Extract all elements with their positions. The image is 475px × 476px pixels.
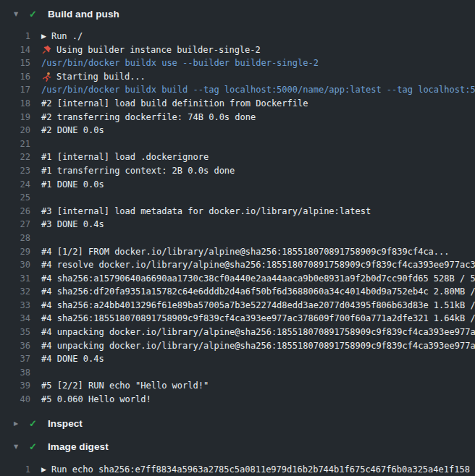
line-text: #1 transferring context: 2B 0.0s done <box>41 164 235 178</box>
line-number: 36 <box>0 339 30 353</box>
line-text: #2 transferring dockerfile: 74B 0.0s don… <box>41 111 256 124</box>
line-text: #2 DONE 0.0s <box>41 124 104 137</box>
line-text: /usr/bin/docker buildx build --tag local… <box>41 83 475 97</box>
log-line-text: #4 unpacking docker.io/library/alpine@sh… <box>41 339 475 353</box>
group-expand-toggle-icon[interactable]: ▶ <box>41 463 46 476</box>
log-line: 37#4 DONE 0.4s <box>0 352 475 366</box>
line-number: 31 <box>0 272 30 286</box>
log-line: 24#1 DONE 0.0s <box>0 178 475 192</box>
line-text: Run ./ <box>51 30 83 43</box>
line-number: 1 <box>0 30 30 43</box>
chevron-down-icon[interactable]: ▼ <box>12 11 20 17</box>
log-line-text: ▶Run ./ <box>41 30 83 43</box>
line-number: 30 <box>0 258 30 272</box>
chevron-down-icon[interactable]: ▼ <box>12 443 20 450</box>
line-number: 39 <box>0 379 30 393</box>
line-number: 23 <box>0 164 30 178</box>
log-line: 30#4 resolve docker.io/library/alpine@sh… <box>0 258 475 272</box>
chevron-right-icon[interactable]: ▶ <box>12 420 20 427</box>
log-line-text: #4 sha256:185518070891758909c9f839cf4ca3… <box>41 312 475 326</box>
line-text: Using builder instance builder-single-2 <box>56 43 261 57</box>
line-number: 27 <box>0 218 30 231</box>
section-header-build-and-push[interactable]: ▼✓Build and push <box>0 2 475 25</box>
log-line-text: #1 DONE 0.0s <box>41 178 104 192</box>
line-text: #4 unpacking docker.io/library/alpine@sh… <box>41 339 475 353</box>
line-text: #3 [internal] load metadata for docker.i… <box>41 205 371 218</box>
success-check-icon: ✓ <box>28 418 38 429</box>
log-section-image-digest: ▼✓Image digest1▶Run echo sha256:e7ff8834… <box>0 435 475 476</box>
line-text: #4 [1/2] FROM docker.io/library/alpine@s… <box>41 245 450 259</box>
line-text: Run echo sha256:e7ff8834a5963a2785c5a081… <box>51 463 470 476</box>
section-header-image-digest[interactable]: ▼✓Image digest <box>0 435 475 459</box>
log-line-text: #1 transferring context: 2B 0.0s done <box>41 164 235 178</box>
log-sections-container: ▼✓Build and push1▶Run ./14Using builder … <box>0 2 475 476</box>
section-title: Image digest <box>48 441 109 452</box>
log-line-text: #4 sha256:a15790640a6690aa1730c38cf0a440… <box>41 272 475 286</box>
section-title: Build and push <box>48 9 119 20</box>
line-text: #4 sha256:df20fa9351a15782c64e6dddb2d4a6… <box>41 285 475 299</box>
runner-icon <box>41 72 52 82</box>
line-number: 29 <box>0 245 30 259</box>
line-number: 35 <box>0 326 30 339</box>
log-block-image-digest: 1▶Run echo sha256:e7ff8834a5963a2785c5a0… <box>0 459 475 476</box>
log-line: 23#1 transferring context: 2B 0.0s done <box>0 164 475 178</box>
line-number: 24 <box>0 178 30 192</box>
line-text: /usr/bin/docker buildx use --builder bui… <box>41 56 319 70</box>
line-text: #4 sha256:185518070891758909c9f839cf4ca3… <box>41 312 475 326</box>
line-text: #1 [internal] load .dockerignore <box>41 150 209 164</box>
log-line: 25 <box>0 191 475 205</box>
log-line: 1▶Run echo sha256:e7ff8834a5963a2785c5a0… <box>0 463 475 476</box>
log-line-text: Using builder instance builder-single-2 <box>41 43 261 57</box>
line-number: 37 <box>0 352 30 366</box>
log-line: 36#4 unpacking docker.io/library/alpine@… <box>0 339 475 353</box>
log-line: 21 <box>0 137 475 151</box>
line-number: 20 <box>0 124 30 137</box>
line-number: 19 <box>0 111 30 124</box>
line-number: 15 <box>0 56 30 70</box>
command-line-text: /usr/bin/docker buildx use --builder bui… <box>41 56 319 70</box>
line-number: 38 <box>0 366 30 380</box>
log-line: 27#3 DONE 0.4s <box>0 218 475 231</box>
log-block-build-and-push: 1▶Run ./14Using builder instance builder… <box>0 25 475 412</box>
line-number: 33 <box>0 299 30 313</box>
log-line-text: #3 DONE 0.4s <box>41 218 104 231</box>
line-text: #4 sha256:a24bb4013296f61e89ba57005a7b3e… <box>41 299 475 313</box>
line-text: #2 [internal] load build definition from… <box>41 97 308 111</box>
line-number: 28 <box>0 231 30 245</box>
line-number: 26 <box>0 205 30 218</box>
log-line: 20#2 DONE 0.0s <box>0 124 475 137</box>
log-section-build-and-push: ▼✓Build and push1▶Run ./14Using builder … <box>0 2 475 412</box>
log-line: 28 <box>0 231 475 245</box>
command-line-text: /usr/bin/docker buildx build --tag local… <box>41 83 475 97</box>
log-line-text: #4 DONE 0.4s <box>41 352 104 366</box>
workflow-log-viewer: ▼✓Build and push1▶Run ./14Using builder … <box>0 0 475 476</box>
log-section-inspect: ▶✓Inspect <box>0 412 475 435</box>
log-line-text: #4 resolve docker.io/library/alpine@sha2… <box>41 258 475 272</box>
line-number: 40 <box>0 393 30 407</box>
line-number: 22 <box>0 150 30 164</box>
line-number: 1 <box>0 463 30 476</box>
line-number: 16 <box>0 70 30 84</box>
success-check-icon: ✓ <box>28 441 38 452</box>
log-line-text: #4 [1/2] FROM docker.io/library/alpine@s… <box>41 245 450 259</box>
group-expand-toggle-icon[interactable]: ▶ <box>41 30 46 43</box>
line-number: 25 <box>0 191 30 205</box>
log-line: 39#5 [2/2] RUN echo "Hello world!" <box>0 379 475 393</box>
log-line: 29#4 [1/2] FROM docker.io/library/alpine… <box>0 245 475 259</box>
line-text: #4 resolve docker.io/library/alpine@sha2… <box>41 258 475 272</box>
log-line: 40#5 0.060 Hello world! <box>0 393 475 407</box>
log-line-text: #2 transferring dockerfile: 74B 0.0s don… <box>41 111 256 124</box>
line-text: #5 0.060 Hello world! <box>41 393 151 407</box>
line-text: Starting build... <box>56 70 146 84</box>
log-line: 34#4 sha256:185518070891758909c9f839cf4c… <box>0 312 475 326</box>
pushpin-icon <box>41 44 52 55</box>
log-line-text: #5 [2/2] RUN echo "Hello world!" <box>41 379 209 393</box>
log-line-text: #2 DONE 0.0s <box>41 124 104 137</box>
log-line-text: #1 [internal] load .dockerignore <box>41 150 209 164</box>
line-number: 21 <box>0 137 30 151</box>
log-line: 31#4 sha256:a15790640a6690aa1730c38cf0a4… <box>0 272 475 286</box>
log-line: 16Starting build... <box>0 70 475 84</box>
line-number: 18 <box>0 97 30 111</box>
log-line: 19#2 transferring dockerfile: 74B 0.0s d… <box>0 111 475 124</box>
section-header-inspect[interactable]: ▶✓Inspect <box>0 412 475 435</box>
